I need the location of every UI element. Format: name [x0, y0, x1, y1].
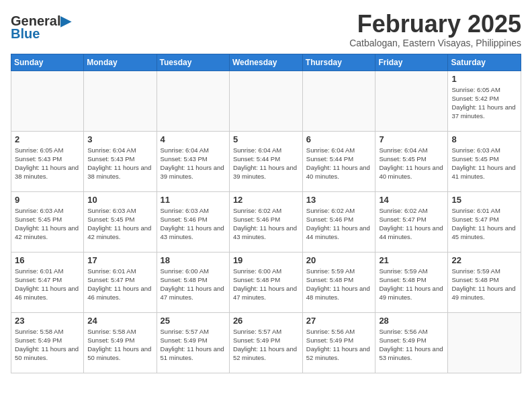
- day-number: 19: [233, 255, 299, 265]
- day-info: Sunrise: 6:05 AM Sunset: 5:42 PM Dayligh…: [451, 85, 517, 121]
- day-number: 14: [379, 195, 444, 205]
- calendar-cell: 20Sunrise: 5:59 AM Sunset: 5:48 PM Dayli…: [302, 252, 375, 312]
- calendar-cell: [229, 71, 302, 131]
- day-info: Sunrise: 5:58 AM Sunset: 5:49 PM Dayligh…: [15, 327, 80, 363]
- calendar-cell: 2Sunrise: 6:05 AM Sunset: 5:43 PM Daylig…: [11, 131, 84, 191]
- day-number: 5: [233, 134, 299, 144]
- calendar-cell: 7Sunrise: 6:04 AM Sunset: 5:45 PM Daylig…: [375, 131, 448, 191]
- calendar-cell: 12Sunrise: 6:02 AM Sunset: 5:46 PM Dayli…: [229, 191, 302, 252]
- subtitle: Catbalogan, Eastern Visayas, Philippines: [349, 38, 521, 48]
- weekday-header-monday: Monday: [84, 54, 157, 71]
- calendar-cell: 21Sunrise: 5:59 AM Sunset: 5:48 PM Dayli…: [375, 252, 448, 312]
- day-number: 9: [15, 195, 80, 205]
- day-number: 3: [87, 134, 152, 144]
- weekday-header-friday: Friday: [375, 54, 448, 71]
- day-info: Sunrise: 6:04 AM Sunset: 5:43 PM Dayligh…: [87, 146, 152, 181]
- page-header: General▶ Blue February 2025 Catbalogan, …: [11, 11, 521, 48]
- week-row-5: 23Sunrise: 5:58 AM Sunset: 5:49 PM Dayli…: [11, 312, 521, 373]
- day-number: 15: [451, 195, 517, 205]
- day-info: Sunrise: 6:00 AM Sunset: 5:48 PM Dayligh…: [233, 267, 299, 302]
- week-row-1: 1Sunrise: 6:05 AM Sunset: 5:42 PM Daylig…: [11, 71, 521, 131]
- day-number: 8: [451, 134, 517, 144]
- calendar-cell: 16Sunrise: 6:01 AM Sunset: 5:47 PM Dayli…: [11, 252, 84, 312]
- day-info: Sunrise: 6:01 AM Sunset: 5:47 PM Dayligh…: [15, 267, 80, 302]
- day-info: Sunrise: 6:02 AM Sunset: 5:47 PM Dayligh…: [379, 206, 444, 242]
- calendar-cell: [157, 71, 229, 131]
- calendar-cell: 4Sunrise: 6:04 AM Sunset: 5:43 PM Daylig…: [157, 131, 229, 191]
- calendar-cell: 9Sunrise: 6:03 AM Sunset: 5:45 PM Daylig…: [11, 191, 84, 252]
- day-number: 6: [306, 134, 372, 144]
- calendar-cell: 25Sunrise: 5:57 AM Sunset: 5:49 PM Dayli…: [157, 312, 229, 373]
- day-info: Sunrise: 6:04 AM Sunset: 5:45 PM Dayligh…: [379, 146, 444, 181]
- day-info: Sunrise: 6:01 AM Sunset: 5:47 PM Dayligh…: [451, 206, 517, 242]
- day-number: 18: [161, 255, 226, 265]
- day-info: Sunrise: 6:03 AM Sunset: 5:45 PM Dayligh…: [451, 146, 517, 181]
- day-info: Sunrise: 6:01 AM Sunset: 5:47 PM Dayligh…: [87, 267, 152, 302]
- calendar-cell: 6Sunrise: 6:04 AM Sunset: 5:44 PM Daylig…: [302, 131, 375, 191]
- day-info: Sunrise: 5:56 AM Sunset: 5:49 PM Dayligh…: [379, 327, 444, 363]
- calendar-cell: 26Sunrise: 5:57 AM Sunset: 5:49 PM Dayli…: [229, 312, 302, 373]
- day-number: 16: [15, 255, 80, 265]
- weekday-header-wednesday: Wednesday: [229, 54, 302, 71]
- calendar-cell: 5Sunrise: 6:04 AM Sunset: 5:44 PM Daylig…: [229, 131, 302, 191]
- weekday-header-tuesday: Tuesday: [157, 54, 229, 71]
- day-info: Sunrise: 5:57 AM Sunset: 5:49 PM Dayligh…: [161, 327, 226, 363]
- calendar-cell: 23Sunrise: 5:58 AM Sunset: 5:49 PM Dayli…: [11, 312, 84, 373]
- calendar-cell: 13Sunrise: 6:02 AM Sunset: 5:46 PM Dayli…: [302, 191, 375, 252]
- calendar-cell: 15Sunrise: 6:01 AM Sunset: 5:47 PM Dayli…: [448, 191, 521, 252]
- week-row-3: 9Sunrise: 6:03 AM Sunset: 5:45 PM Daylig…: [11, 191, 521, 252]
- calendar-cell: [448, 312, 521, 373]
- weekday-header-row: SundayMondayTuesdayWednesdayThursdayFrid…: [11, 54, 521, 71]
- day-number: 7: [379, 134, 444, 144]
- day-info: Sunrise: 6:02 AM Sunset: 5:46 PM Dayligh…: [306, 206, 372, 242]
- day-number: 28: [379, 316, 444, 326]
- day-number: 25: [161, 316, 226, 326]
- day-number: 21: [379, 255, 444, 265]
- day-number: 22: [451, 255, 517, 265]
- calendar-cell: 18Sunrise: 6:00 AM Sunset: 5:48 PM Dayli…: [157, 252, 229, 312]
- weekday-header-sunday: Sunday: [11, 54, 84, 71]
- day-number: 12: [233, 195, 299, 205]
- day-info: Sunrise: 6:00 AM Sunset: 5:48 PM Dayligh…: [161, 267, 226, 302]
- calendar-cell: [375, 71, 448, 131]
- calendar-cell: 22Sunrise: 5:59 AM Sunset: 5:48 PM Dayli…: [448, 252, 521, 312]
- day-info: Sunrise: 5:58 AM Sunset: 5:49 PM Dayligh…: [87, 327, 152, 363]
- day-number: 20: [306, 255, 372, 265]
- day-number: 13: [306, 195, 372, 205]
- calendar-cell: [84, 71, 157, 131]
- calendar-cell: 10Sunrise: 6:03 AM Sunset: 5:45 PM Dayli…: [84, 191, 157, 252]
- weekday-header-thursday: Thursday: [302, 54, 375, 71]
- day-number: 2: [15, 134, 80, 144]
- calendar-cell: 24Sunrise: 5:58 AM Sunset: 5:49 PM Dayli…: [84, 312, 157, 373]
- calendar-cell: 14Sunrise: 6:02 AM Sunset: 5:47 PM Dayli…: [375, 191, 448, 252]
- day-info: Sunrise: 5:59 AM Sunset: 5:48 PM Dayligh…: [379, 267, 444, 302]
- day-info: Sunrise: 5:59 AM Sunset: 5:48 PM Dayligh…: [451, 267, 517, 302]
- week-row-4: 16Sunrise: 6:01 AM Sunset: 5:47 PM Dayli…: [11, 252, 521, 312]
- day-info: Sunrise: 6:04 AM Sunset: 5:43 PM Dayligh…: [161, 146, 226, 181]
- calendar-cell: 11Sunrise: 6:03 AM Sunset: 5:46 PM Dayli…: [157, 191, 229, 252]
- day-info: Sunrise: 5:56 AM Sunset: 5:49 PM Dayligh…: [306, 327, 372, 363]
- calendar-cell: 1Sunrise: 6:05 AM Sunset: 5:42 PM Daylig…: [448, 71, 521, 131]
- weekday-header-saturday: Saturday: [448, 54, 521, 71]
- day-info: Sunrise: 6:04 AM Sunset: 5:44 PM Dayligh…: [233, 146, 299, 181]
- day-info: Sunrise: 6:02 AM Sunset: 5:46 PM Dayligh…: [233, 206, 299, 242]
- calendar-cell: 8Sunrise: 6:03 AM Sunset: 5:45 PM Daylig…: [448, 131, 521, 191]
- day-number: 17: [87, 255, 152, 265]
- day-number: 11: [161, 195, 226, 205]
- calendar-cell: 3Sunrise: 6:04 AM Sunset: 5:43 PM Daylig…: [84, 131, 157, 191]
- calendar-cell: 27Sunrise: 5:56 AM Sunset: 5:49 PM Dayli…: [302, 312, 375, 373]
- calendar-cell: [302, 71, 375, 131]
- day-number: 10: [87, 195, 152, 205]
- day-number: 24: [87, 316, 152, 326]
- day-number: 1: [451, 74, 517, 84]
- day-info: Sunrise: 6:03 AM Sunset: 5:45 PM Dayligh…: [87, 206, 152, 242]
- calendar-cell: 19Sunrise: 6:00 AM Sunset: 5:48 PM Dayli…: [229, 252, 302, 312]
- day-info: Sunrise: 5:59 AM Sunset: 5:48 PM Dayligh…: [306, 267, 372, 302]
- calendar-cell: 17Sunrise: 6:01 AM Sunset: 5:47 PM Dayli…: [84, 252, 157, 312]
- day-info: Sunrise: 5:57 AM Sunset: 5:49 PM Dayligh…: [233, 327, 299, 363]
- day-number: 4: [161, 134, 226, 144]
- day-info: Sunrise: 6:05 AM Sunset: 5:43 PM Dayligh…: [15, 146, 80, 181]
- day-number: 23: [15, 316, 80, 326]
- day-info: Sunrise: 6:04 AM Sunset: 5:44 PM Dayligh…: [306, 146, 372, 181]
- day-number: 26: [233, 316, 299, 326]
